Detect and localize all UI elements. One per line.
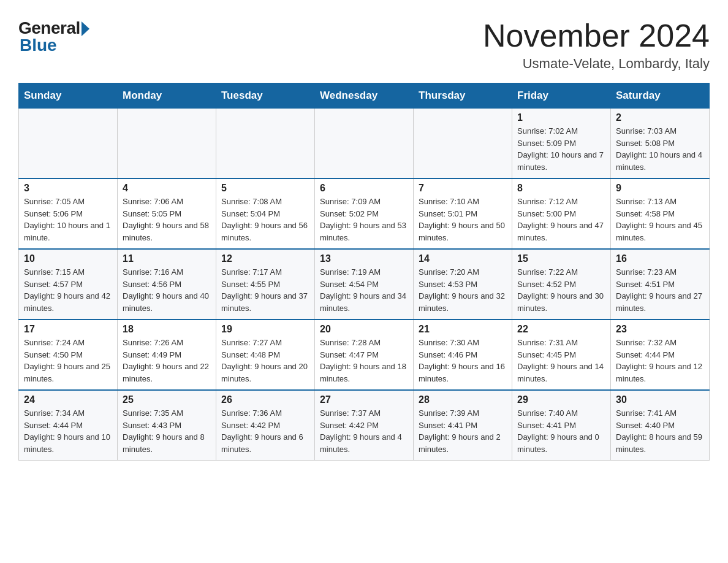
day-info: Sunrise: 7:15 AMSunset: 4:57 PMDaylight:…: [24, 266, 112, 314]
calendar-cell: 21Sunrise: 7:30 AMSunset: 4:46 PMDayligh…: [414, 320, 512, 390]
calendar-cell: 18Sunrise: 7:26 AMSunset: 4:49 PMDayligh…: [118, 320, 216, 390]
day-number: 18: [123, 324, 211, 335]
logo-arrow-icon: [82, 21, 89, 36]
day-info: Sunrise: 7:23 AMSunset: 4:51 PMDaylight:…: [616, 266, 704, 314]
day-info: Sunrise: 7:34 AMSunset: 4:44 PMDaylight:…: [24, 407, 112, 455]
calendar-week-row: 17Sunrise: 7:24 AMSunset: 4:50 PMDayligh…: [19, 320, 710, 390]
logo-blue-text: Blue: [20, 36, 57, 55]
day-info: Sunrise: 7:36 AMSunset: 4:42 PMDaylight:…: [221, 407, 309, 455]
calendar-cell: [19, 109, 118, 179]
calendar-cell: 22Sunrise: 7:31 AMSunset: 4:45 PMDayligh…: [512, 320, 611, 390]
day-info: Sunrise: 7:05 AMSunset: 5:06 PMDaylight:…: [24, 196, 112, 243]
day-number: 11: [123, 253, 211, 264]
calendar-cell: [315, 109, 414, 179]
day-number: 1: [517, 112, 605, 123]
day-number: 9: [616, 183, 704, 194]
calendar-cell: 6Sunrise: 7:09 AMSunset: 5:02 PMDaylight…: [315, 178, 414, 249]
day-info: Sunrise: 7:19 AMSunset: 4:54 PMDaylight:…: [320, 266, 408, 314]
calendar-cell: 5Sunrise: 7:08 AMSunset: 5:04 PMDaylight…: [216, 178, 315, 249]
day-info: Sunrise: 7:12 AMSunset: 5:00 PMDaylight:…: [517, 196, 605, 243]
day-info: Sunrise: 7:28 AMSunset: 4:47 PMDaylight:…: [320, 337, 408, 385]
day-number: 17: [24, 324, 112, 335]
calendar-table: Sunday Monday Tuesday Wednesday Thursday…: [18, 83, 710, 461]
calendar-cell: 23Sunrise: 7:32 AMSunset: 4:44 PMDayligh…: [611, 320, 710, 390]
day-number: 25: [123, 394, 211, 405]
page-title: November 2024: [483, 18, 710, 53]
calendar-cell: 20Sunrise: 7:28 AMSunset: 4:47 PMDayligh…: [315, 320, 414, 390]
day-info: Sunrise: 7:24 AMSunset: 4:50 PMDaylight:…: [24, 337, 112, 385]
calendar-cell: [118, 109, 216, 179]
col-friday: Friday: [512, 83, 611, 109]
day-info: Sunrise: 7:37 AMSunset: 4:42 PMDaylight:…: [320, 407, 408, 455]
calendar-week-row: 10Sunrise: 7:15 AMSunset: 4:57 PMDayligh…: [19, 249, 710, 320]
day-number: 12: [221, 253, 309, 264]
day-number: 4: [123, 183, 211, 194]
day-info: Sunrise: 7:03 AMSunset: 5:08 PMDaylight:…: [616, 125, 704, 173]
calendar-cell: [414, 109, 512, 179]
calendar-cell: 14Sunrise: 7:20 AMSunset: 4:53 PMDayligh…: [414, 249, 512, 320]
calendar-cell: 16Sunrise: 7:23 AMSunset: 4:51 PMDayligh…: [611, 249, 710, 320]
day-number: 5: [221, 183, 309, 194]
day-info: Sunrise: 7:31 AMSunset: 4:45 PMDaylight:…: [517, 337, 605, 385]
day-number: 19: [221, 324, 309, 335]
day-info: Sunrise: 7:32 AMSunset: 4:44 PMDaylight:…: [616, 337, 704, 385]
calendar-cell: 30Sunrise: 7:41 AMSunset: 4:40 PMDayligh…: [611, 390, 710, 461]
calendar-cell: 17Sunrise: 7:24 AMSunset: 4:50 PMDayligh…: [19, 320, 118, 390]
col-wednesday: Wednesday: [315, 83, 414, 109]
calendar-cell: 27Sunrise: 7:37 AMSunset: 4:42 PMDayligh…: [315, 390, 414, 461]
col-sunday: Sunday: [19, 83, 118, 109]
day-number: 7: [419, 183, 507, 194]
calendar-cell: 24Sunrise: 7:34 AMSunset: 4:44 PMDayligh…: [19, 390, 118, 461]
day-number: 16: [616, 253, 704, 264]
day-number: 14: [419, 253, 507, 264]
day-number: 30: [616, 394, 704, 405]
calendar-cell: [216, 109, 315, 179]
calendar-cell: 12Sunrise: 7:17 AMSunset: 4:55 PMDayligh…: [216, 249, 315, 320]
day-number: 3: [24, 183, 112, 194]
day-info: Sunrise: 7:35 AMSunset: 4:43 PMDaylight:…: [123, 407, 211, 455]
day-number: 28: [419, 394, 507, 405]
calendar-cell: 13Sunrise: 7:19 AMSunset: 4:54 PMDayligh…: [315, 249, 414, 320]
calendar-cell: 29Sunrise: 7:40 AMSunset: 4:41 PMDayligh…: [512, 390, 611, 461]
calendar-cell: 25Sunrise: 7:35 AMSunset: 4:43 PMDayligh…: [118, 390, 216, 461]
day-info: Sunrise: 7:27 AMSunset: 4:48 PMDaylight:…: [221, 337, 309, 385]
calendar-week-row: 1Sunrise: 7:02 AMSunset: 5:09 PMDaylight…: [19, 109, 710, 179]
calendar-cell: 8Sunrise: 7:12 AMSunset: 5:00 PMDaylight…: [512, 178, 611, 249]
day-number: 10: [24, 253, 112, 264]
day-number: 21: [419, 324, 507, 335]
calendar-cell: 15Sunrise: 7:22 AMSunset: 4:52 PMDayligh…: [512, 249, 611, 320]
day-info: Sunrise: 7:17 AMSunset: 4:55 PMDaylight:…: [221, 266, 309, 314]
day-number: 22: [517, 324, 605, 335]
day-number: 24: [24, 394, 112, 405]
col-saturday: Saturday: [611, 83, 710, 109]
day-number: 2: [616, 112, 704, 123]
day-info: Sunrise: 7:41 AMSunset: 4:40 PMDaylight:…: [616, 407, 704, 455]
day-number: 23: [616, 324, 704, 335]
col-thursday: Thursday: [414, 83, 512, 109]
day-number: 6: [320, 183, 408, 194]
title-block: November 2024 Usmate-Velate, Lombardy, I…: [483, 18, 710, 72]
day-info: Sunrise: 7:10 AMSunset: 5:01 PMDaylight:…: [419, 196, 507, 243]
calendar-cell: 4Sunrise: 7:06 AMSunset: 5:05 PMDaylight…: [118, 178, 216, 249]
day-info: Sunrise: 7:30 AMSunset: 4:46 PMDaylight:…: [419, 337, 507, 385]
day-info: Sunrise: 7:22 AMSunset: 4:52 PMDaylight:…: [517, 266, 605, 314]
page-header: General Blue November 2024 Usmate-Velate…: [18, 18, 710, 72]
page-subtitle: Usmate-Velate, Lombardy, Italy: [483, 56, 710, 72]
calendar-cell: 7Sunrise: 7:10 AMSunset: 5:01 PMDaylight…: [414, 178, 512, 249]
calendar-cell: 10Sunrise: 7:15 AMSunset: 4:57 PMDayligh…: [19, 249, 118, 320]
day-info: Sunrise: 7:20 AMSunset: 4:53 PMDaylight:…: [419, 266, 507, 314]
col-tuesday: Tuesday: [216, 83, 315, 109]
day-info: Sunrise: 7:39 AMSunset: 4:41 PMDaylight:…: [419, 407, 507, 455]
day-info: Sunrise: 7:13 AMSunset: 4:58 PMDaylight:…: [616, 196, 704, 243]
calendar-cell: 11Sunrise: 7:16 AMSunset: 4:56 PMDayligh…: [118, 249, 216, 320]
calendar-header-row: Sunday Monday Tuesday Wednesday Thursday…: [19, 83, 710, 109]
day-number: 20: [320, 324, 408, 335]
day-info: Sunrise: 7:02 AMSunset: 5:09 PMDaylight:…: [517, 125, 605, 173]
day-info: Sunrise: 7:06 AMSunset: 5:05 PMDaylight:…: [123, 196, 211, 243]
calendar-cell: 3Sunrise: 7:05 AMSunset: 5:06 PMDaylight…: [19, 178, 118, 249]
calendar-week-row: 3Sunrise: 7:05 AMSunset: 5:06 PMDaylight…: [19, 178, 710, 249]
day-number: 8: [517, 183, 605, 194]
day-info: Sunrise: 7:40 AMSunset: 4:41 PMDaylight:…: [517, 407, 605, 455]
calendar-cell: 1Sunrise: 7:02 AMSunset: 5:09 PMDaylight…: [512, 109, 611, 179]
calendar-cell: 2Sunrise: 7:03 AMSunset: 5:08 PMDaylight…: [611, 109, 710, 179]
